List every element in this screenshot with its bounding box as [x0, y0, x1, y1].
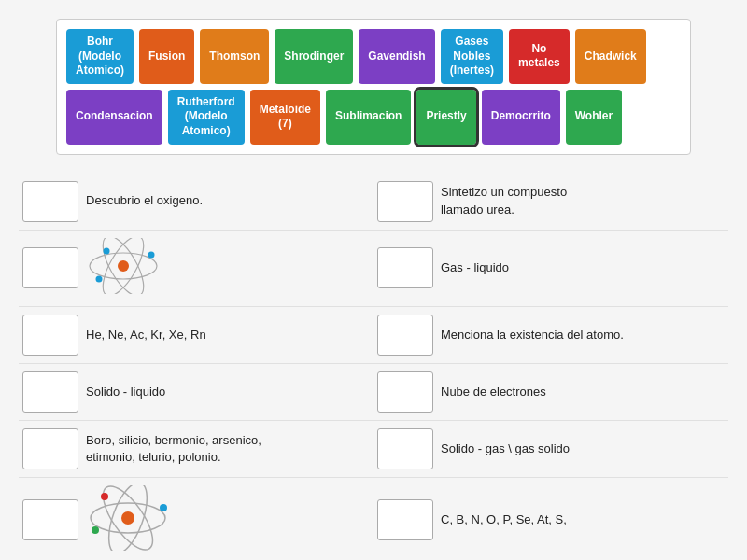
- match-text-left-4: Boro, silicio, bermonio, arsenico,etimon…: [86, 432, 370, 466]
- svg-point-3: [118, 260, 129, 272]
- drop-box-right-4[interactable]: [377, 428, 433, 469]
- match-text-left-5: [86, 485, 370, 555]
- tag-fusion[interactable]: Fusion: [139, 29, 194, 84]
- match-text-left-1: [86, 238, 370, 299]
- match-right-r4: Nube de electrones: [374, 364, 728, 421]
- match-text-right-0: Sintetizo un compuestollamado urea.: [441, 184, 725, 217]
- match-left-l3: He, Ne, Ac, Kr, Xe, Rn: [19, 307, 374, 364]
- tag-chadwick[interactable]: Chadwick: [575, 29, 646, 84]
- tag-sublimacion[interactable]: Sublimacion: [326, 90, 411, 145]
- match-right-r2: Gas - liquido: [374, 231, 728, 307]
- match-text-right-3: Nube de electrones: [441, 384, 725, 400]
- drop-box-left-1[interactable]: [22, 247, 78, 288]
- tag-rutherford[interactable]: Rutherford (Modelo Atomico): [168, 90, 245, 145]
- svg-point-7: [121, 511, 134, 525]
- match-left-l6: [19, 478, 374, 560]
- match-text-right-5: C, B, N, O, P, Se, At, S,: [441, 511, 725, 528]
- tag-gases-nobles[interactable]: Gases Nobles (Inertes): [441, 29, 503, 84]
- drop-box-left-5[interactable]: [22, 499, 78, 540]
- drop-box-left-2[interactable]: [22, 315, 78, 356]
- match-text-left-0: Descubrio el oxigeno.: [86, 192, 370, 209]
- drop-box-right-2[interactable]: [377, 315, 433, 356]
- match-right-r1: Sintetizo un compuestollamado urea.: [374, 174, 728, 231]
- svg-point-5: [96, 275, 103, 282]
- match-right-r6: C, B, N, O, P, Se, At, S,: [374, 478, 728, 560]
- match-text-left-3: Solido - liquido: [86, 384, 370, 400]
- svg-point-6: [104, 247, 110, 254]
- match-text-left-2: He, Ne, Ac, Kr, Xe, Rn: [86, 327, 370, 343]
- tag-no-metales[interactable]: No metales: [509, 29, 570, 84]
- match-text-right-4: Solido - gas \ gas solido: [441, 441, 725, 457]
- match-left-l2: [19, 231, 374, 307]
- match-left-l5: Boro, silicio, bermonio, arsenico,etimon…: [19, 421, 374, 478]
- tag-condensacion[interactable]: Condensacion: [66, 90, 162, 145]
- drop-box-left-0[interactable]: [22, 181, 78, 222]
- svg-point-11: [160, 504, 167, 511]
- tag-priestly[interactable]: Priestly: [416, 90, 475, 145]
- svg-point-12: [92, 526, 99, 534]
- match-left-l4: Solido - liquido: [19, 364, 374, 421]
- drop-box-right-3[interactable]: [377, 371, 433, 413]
- drop-box-right-0[interactable]: [377, 181, 433, 222]
- tag-gavendish[interactable]: Gavendish: [359, 29, 434, 84]
- tag-shrodinger[interactable]: Shrodinger: [275, 29, 353, 84]
- drop-box-right-5[interactable]: [377, 499, 433, 540]
- match-grid: Descubrio el oxigeno.Sintetizo un compue…: [19, 174, 728, 560]
- page: Bohr (Modelo Atomico)FusionThomsonShrodi…: [0, 0, 747, 560]
- tag-democrrito[interactable]: Democrrito: [482, 90, 560, 145]
- match-right-r3: Menciona la existencia del atomo.: [374, 307, 728, 364]
- tag-metaloide[interactable]: Metaloide (7): [250, 90, 320, 145]
- svg-point-13: [101, 493, 108, 500]
- drop-box-left-3[interactable]: [22, 371, 78, 413]
- tag-thomson[interactable]: Thomson: [200, 29, 269, 84]
- match-left-l1: Descubrio el oxigeno.: [19, 174, 374, 231]
- tag-wohler[interactable]: Wohler: [566, 90, 622, 145]
- match-text-right-1: Gas - liquido: [441, 259, 725, 276]
- tag-bohr[interactable]: Bohr (Modelo Atomico): [66, 29, 134, 84]
- drop-box-left-4[interactable]: [22, 428, 78, 469]
- match-right-r5: Solido - gas \ gas solido: [374, 421, 728, 478]
- match-text-right-2: Menciona la existencia del atomo.: [441, 327, 725, 343]
- drop-box-right-1[interactable]: [377, 247, 433, 288]
- tag-cloud: Bohr (Modelo Atomico)FusionThomsonShrodi…: [56, 19, 691, 155]
- svg-point-4: [148, 251, 155, 258]
